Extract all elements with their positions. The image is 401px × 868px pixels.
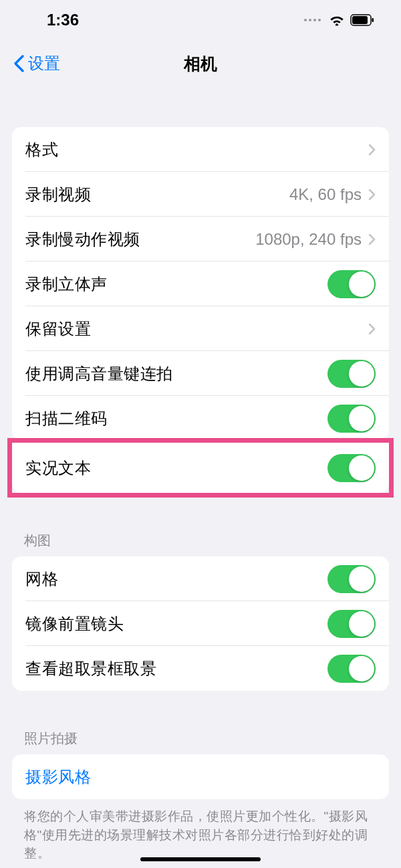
toggle-mirror-front[interactable] bbox=[327, 610, 376, 638]
toggle-stereo-sound[interactable] bbox=[327, 270, 376, 298]
row-record-slomo[interactable]: 录制慢动作视频 1080p, 240 fps bbox=[12, 217, 389, 261]
row-label: 网格 bbox=[25, 568, 58, 590]
chevron-right-icon bbox=[368, 323, 376, 335]
chevron-right-icon bbox=[368, 144, 376, 156]
chevron-right-icon bbox=[368, 189, 376, 201]
row-label: 镜像前置镜头 bbox=[25, 613, 124, 635]
row-label: 实况文本 bbox=[25, 457, 91, 479]
row-label: 录制视频 bbox=[25, 184, 91, 205]
row-label: 格式 bbox=[25, 139, 58, 160]
row-value: 4K, 60 fps bbox=[289, 185, 362, 204]
section-header-photo-capture: 照片拍摄 bbox=[12, 724, 389, 754]
row-label: 查看超取景框取景 bbox=[25, 658, 156, 679]
battery-icon bbox=[350, 14, 374, 26]
nav-bar: 设置 相机 bbox=[0, 40, 401, 87]
row-format[interactable]: 格式 bbox=[12, 127, 389, 172]
highlight-frame: 实况文本 bbox=[7, 438, 394, 498]
settings-group-photo-capture: 摄影风格 bbox=[12, 754, 389, 799]
row-label: 保留设置 bbox=[25, 318, 91, 340]
toggle-grid[interactable] bbox=[327, 565, 376, 593]
toggle-volume-burst[interactable] bbox=[327, 360, 376, 388]
svg-rect-2 bbox=[372, 18, 374, 22]
row-preserve-settings[interactable]: 保留设置 bbox=[12, 306, 389, 351]
status-icons bbox=[304, 14, 374, 26]
row-grid: 网格 bbox=[12, 556, 389, 601]
back-button[interactable]: 设置 bbox=[13, 53, 60, 74]
row-stereo-sound: 录制立体声 bbox=[12, 261, 389, 306]
row-scan-qr: 扫描二维码 bbox=[12, 396, 389, 441]
status-bar: 1:36 bbox=[0, 0, 401, 40]
section-header-composition: 构图 bbox=[12, 526, 389, 556]
row-label: 摄影风格 bbox=[25, 766, 91, 788]
cellular-dots-icon bbox=[304, 19, 321, 21]
row-live-text: 实况文本 bbox=[12, 443, 389, 493]
settings-group-main: 格式 录制视频 4K, 60 fps 录制慢动作视频 1080p, 240 fp… bbox=[12, 127, 389, 441]
svg-rect-1 bbox=[352, 16, 368, 24]
row-mirror-front: 镜像前置镜头 bbox=[12, 601, 389, 646]
row-label: 录制立体声 bbox=[25, 274, 108, 295]
home-indicator[interactable] bbox=[140, 857, 261, 861]
chevron-left-icon bbox=[13, 54, 25, 73]
row-volume-burst: 使用调高音量键连拍 bbox=[12, 351, 389, 396]
row-value: 1080p, 240 fps bbox=[255, 230, 362, 249]
toggle-live-text[interactable] bbox=[327, 454, 376, 482]
row-label: 录制慢动作视频 bbox=[25, 229, 140, 250]
row-record-video[interactable]: 录制视频 4K, 60 fps bbox=[12, 172, 389, 217]
chevron-right-icon bbox=[368, 233, 376, 245]
row-photographic-styles[interactable]: 摄影风格 bbox=[12, 754, 389, 799]
status-time: 1:36 bbox=[47, 11, 79, 29]
back-label: 设置 bbox=[28, 53, 60, 74]
settings-group-composition: 网格 镜像前置镜头 查看超取景框取景 bbox=[12, 556, 389, 691]
row-view-outside-frame: 查看超取景框取景 bbox=[12, 646, 389, 691]
row-label: 使用调高音量键连拍 bbox=[25, 363, 173, 385]
toggle-scan-qr[interactable] bbox=[327, 405, 376, 433]
toggle-view-outside-frame[interactable] bbox=[327, 655, 376, 683]
wifi-icon bbox=[329, 14, 345, 26]
page-title: 相机 bbox=[184, 53, 217, 75]
row-label: 扫描二维码 bbox=[25, 408, 108, 429]
